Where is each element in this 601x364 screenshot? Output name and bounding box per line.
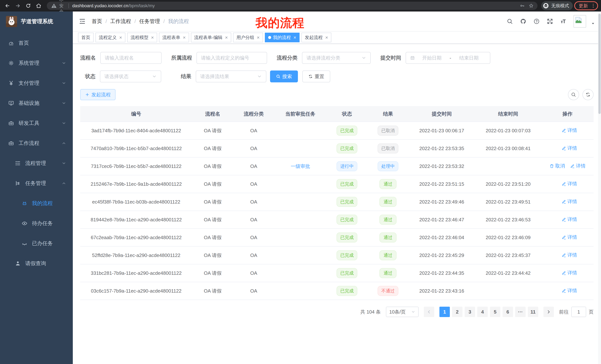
sidebar-item-payment[interactable]: 支付管理 bbox=[0, 73, 73, 93]
close-icon[interactable]: × bbox=[257, 35, 260, 40]
star-icon[interactable] bbox=[529, 3, 534, 8]
goto-page-input[interactable] bbox=[571, 307, 586, 317]
edit-icon bbox=[561, 235, 566, 240]
search-icon[interactable] bbox=[507, 18, 513, 25]
breadcrumb[interactable]: 首页/工作流程/任务管理/我的流程/ bbox=[92, 18, 189, 25]
address-bar[interactable]: 不安全 dashboard.yudao.iocoder.cn/bpm/task/… bbox=[47, 2, 538, 10]
detail-button[interactable]: 详情 bbox=[570, 163, 586, 169]
prev-page-button[interactable] bbox=[424, 307, 434, 317]
page-button[interactable]: 5 bbox=[490, 307, 500, 317]
process-name-input[interactable] bbox=[105, 55, 157, 61]
close-icon[interactable]: × bbox=[119, 35, 122, 40]
category-select[interactable]: 请选择流程分类 bbox=[302, 52, 371, 64]
cell-process-name: OA 请假 bbox=[192, 282, 233, 300]
close-icon[interactable]: × bbox=[325, 35, 328, 40]
caret-down-icon[interactable] bbox=[591, 21, 595, 26]
detail-button[interactable]: 详情 bbox=[561, 287, 577, 294]
reload-icon[interactable] bbox=[24, 1, 33, 10]
github-icon[interactable] bbox=[520, 18, 526, 25]
detail-button[interactable]: 详情 bbox=[561, 216, 577, 223]
cancel-button[interactable]: 取消 bbox=[549, 163, 565, 169]
start-date-placeholder[interactable]: 开始日期 bbox=[415, 55, 449, 61]
next-page-button[interactable] bbox=[543, 307, 554, 317]
process-def-input[interactable] bbox=[201, 55, 263, 61]
tab[interactable]: 流程模型 × bbox=[127, 33, 157, 42]
column-header: 当前审批任务 bbox=[274, 106, 327, 122]
tab[interactable]: 流程表单 × bbox=[159, 33, 189, 42]
sidebar-item-todo-tasks[interactable]: 待办任务 bbox=[0, 213, 73, 233]
close-icon[interactable]: × bbox=[183, 35, 186, 40]
tab-label: 用户分组 bbox=[236, 35, 254, 40]
page-button[interactable]: 2 bbox=[452, 307, 462, 317]
scrollbar-track[interactable] bbox=[598, 11, 601, 364]
cell-category: OA bbox=[233, 246, 274, 264]
browser-update-button[interactable]: 更新 bbox=[574, 1, 598, 10]
sidebar-item-task-mgmt[interactable]: 任务管理 bbox=[0, 173, 73, 193]
sidebar-item-system[interactable]: 系统管理 bbox=[0, 53, 73, 73]
detail-button[interactable]: 详情 bbox=[561, 181, 577, 187]
sidebar-item-leave-query[interactable]: 请假查询 bbox=[0, 253, 73, 273]
sidebar-item-infra[interactable]: 基础设施 bbox=[0, 93, 73, 113]
edit-icon bbox=[561, 182, 566, 186]
status-badge: 已完成 bbox=[337, 197, 357, 207]
current-task-link[interactable]: 一级审批 bbox=[291, 163, 310, 169]
status-select[interactable]: 请选择状态 bbox=[100, 70, 161, 82]
result-badge: 通过 bbox=[380, 250, 397, 260]
page-button[interactable]: 4 bbox=[477, 307, 488, 317]
collapse-menu-icon[interactable] bbox=[79, 18, 86, 25]
page-button[interactable]: 3 bbox=[465, 307, 475, 317]
detail-button[interactable]: 详情 bbox=[561, 127, 577, 134]
column-header: 提交时间 bbox=[409, 106, 475, 122]
breadcrumb-item[interactable]: 任务管理 bbox=[139, 18, 160, 25]
close-icon[interactable]: × bbox=[225, 35, 228, 40]
font-size-icon[interactable] bbox=[560, 18, 566, 25]
create-process-button[interactable]: 发起流程 bbox=[80, 89, 116, 100]
detail-button[interactable]: 详情 bbox=[561, 234, 577, 240]
result-select[interactable]: 请选择流结果 bbox=[196, 70, 266, 82]
page-button[interactable]: 11 bbox=[528, 307, 538, 317]
tab[interactable]: 用户分组 × bbox=[233, 33, 263, 42]
menu-dots-icon[interactable] bbox=[591, 3, 596, 8]
filter-result-label: 结果 bbox=[181, 73, 191, 80]
fullscreen-icon[interactable] bbox=[547, 18, 553, 25]
tab[interactable]: 流程表单-编辑 × bbox=[191, 33, 231, 42]
tab[interactable]: 流程定义 × bbox=[95, 33, 125, 42]
breadcrumb-item[interactable]: 首页 bbox=[92, 18, 102, 25]
detail-button[interactable]: 详情 bbox=[561, 198, 577, 205]
forward-icon[interactable] bbox=[13, 1, 22, 10]
detail-button[interactable]: 详情 bbox=[561, 145, 577, 151]
sidebar-item-home[interactable]: 首页 bbox=[0, 33, 73, 53]
breadcrumb-item[interactable]: 我的流程 bbox=[168, 18, 189, 25]
page-size-select[interactable]: 10条/页 bbox=[386, 307, 419, 317]
back-icon[interactable] bbox=[3, 1, 12, 10]
close-icon[interactable]: × bbox=[293, 35, 296, 40]
page-button[interactable]: 6 bbox=[502, 307, 513, 317]
tab[interactable]: 我的流程 × bbox=[265, 33, 300, 42]
key-icon[interactable] bbox=[520, 3, 525, 8]
sidebar-item-devtools[interactable]: 研发工具 bbox=[0, 113, 73, 133]
sidebar-item-done-tasks[interactable]: 已办任务 bbox=[0, 233, 73, 253]
app-logo[interactable]: 芋道管理系统 bbox=[0, 11, 73, 31]
page-button[interactable]: 1 bbox=[440, 307, 450, 317]
search-button[interactable]: 搜索 bbox=[270, 70, 298, 82]
home-icon[interactable] bbox=[34, 1, 43, 10]
scrollbar-thumb[interactable] bbox=[598, 14, 601, 114]
close-icon[interactable]: × bbox=[151, 35, 154, 40]
sidebar-item-my-process[interactable]: 我的流程 bbox=[0, 193, 73, 213]
sidebar-item-workflow[interactable]: 工作流程 bbox=[0, 133, 73, 153]
help-icon[interactable] bbox=[533, 18, 540, 25]
page-button[interactable]: ··· bbox=[515, 307, 526, 317]
toggle-search-button[interactable] bbox=[568, 89, 579, 100]
detail-button[interactable]: 详情 bbox=[561, 269, 577, 276]
breadcrumb-item[interactable]: 工作流程 bbox=[110, 18, 131, 25]
reset-button[interactable]: 重置 bbox=[302, 70, 330, 82]
sidebar-item-process-mgmt[interactable]: 流程管理 bbox=[0, 153, 73, 173]
end-date-placeholder[interactable]: 结束日期 bbox=[452, 55, 486, 61]
tab[interactable]: 发起流程 × bbox=[301, 33, 331, 42]
table-row: 67c2eaab-7b9a-11ec-a290-acde48001122 OA … bbox=[80, 229, 594, 246]
tab[interactable]: 首页 × bbox=[78, 33, 94, 42]
refresh-button[interactable] bbox=[582, 89, 594, 100]
date-range-picker[interactable]: 开始日期 - 结束日期 bbox=[406, 52, 490, 64]
detail-button[interactable]: 详情 bbox=[561, 252, 577, 258]
avatar[interactable] bbox=[573, 15, 586, 28]
